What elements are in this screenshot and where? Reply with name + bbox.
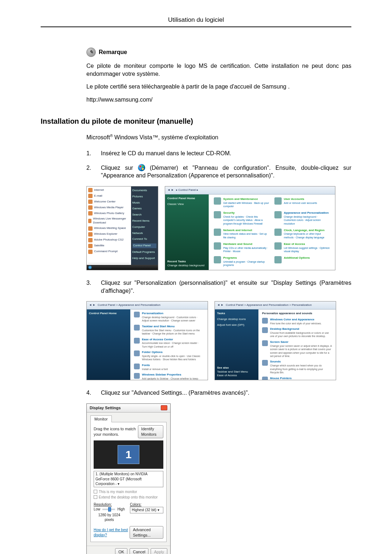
sm-r-11: Help and Support xyxy=(132,257,156,260)
pers-task-1: Adjust font size (DPI) xyxy=(217,323,256,327)
step-4-num: 4. xyxy=(86,389,93,397)
note-line-2: Le pilote certifié sera téléchargeable à… xyxy=(86,83,351,91)
step-1: 1. Insérez le CD du manuel dans le lecte… xyxy=(86,149,351,157)
cancel-button[interactable]: Cancel xyxy=(130,548,148,554)
res-low: Low xyxy=(94,507,100,512)
pers-item-3s: Change which sounds are heard when you d… xyxy=(270,364,332,374)
chk-extend-label: Extend the desktop onto this monitor xyxy=(99,495,158,499)
step-1-text: Insérez le CD du manuel dans le lecteur … xyxy=(101,149,351,157)
help-link[interactable]: How do I get the best display? xyxy=(94,528,130,537)
step-3-num: 3. xyxy=(86,279,93,295)
step-2-screenshots: Internet E-mail Welcome Center Windows M… xyxy=(86,186,351,270)
sm-pin-5: Windows Live Messenger Download xyxy=(93,217,129,225)
os-mid: Windows Vista™ xyxy=(113,135,158,141)
chk-extend xyxy=(94,495,97,499)
cp-cat-4: Network and Internet xyxy=(223,229,269,233)
sm-r-9: Control Panel xyxy=(132,243,156,248)
pers-item-2: Screen Saver xyxy=(270,340,332,344)
cp-breadcrumb: Control Panel xyxy=(178,188,196,192)
step-4-text: Cliquez sur "Advanced Settings... (Param… xyxy=(101,389,351,397)
advanced-settings-button[interactable]: Advanced Settings... xyxy=(130,526,163,539)
pers-heading: Personalize appearance and sounds xyxy=(262,312,332,316)
res-value: 1280 by 1024 pixels xyxy=(94,513,125,522)
sm-r-10: Default Programs xyxy=(132,250,156,254)
chk-main xyxy=(94,490,97,493)
resolution-slider[interactable] xyxy=(102,509,115,510)
step-3-screenshots: ◄ ► Control Panel > Appearance and Perso… xyxy=(86,301,351,380)
cp-cat-4s: View network status and tasks · Set up f… xyxy=(223,232,269,239)
ap-item-5s: Add gadgets to Sidebar · Choose whether … xyxy=(142,377,204,380)
cp-cat-3: Appearance and Personalization xyxy=(284,211,330,215)
screenshot-personalization: ◄ ► Control Panel > Appearance and Perso… xyxy=(215,301,336,380)
chk-main-label: This is my main monitor xyxy=(99,490,137,494)
screenshot-start-menu: Internet E-mail Welcome Center Windows M… xyxy=(86,186,158,270)
ap-item-2: Ease of Access Center xyxy=(142,338,204,342)
monitor-1-icon[interactable]: 1 xyxy=(118,445,139,464)
cp-cat-1s: Add or remove user accounts xyxy=(284,201,317,205)
step-3: 3. Cliquez sur "Personalization (personn… xyxy=(86,279,351,295)
screenshot-appearance-panel: ◄ ► Control Panel > Appearance and Perso… xyxy=(86,301,208,380)
ap-item-0s: Change desktop background · Customize co… xyxy=(142,316,204,323)
os-line: Microsoft® Windows Vista™, système d'exp… xyxy=(86,134,351,141)
cp-cat-7s: Let Windows suggest settings · Optimize … xyxy=(284,246,330,253)
os-reg: ® xyxy=(110,134,113,138)
pers-seealso: See also xyxy=(217,366,256,370)
os-prefix: Microsoft xyxy=(86,135,110,141)
ap-breadcrumb: Control Panel > Appearance and Personali… xyxy=(98,303,160,307)
sm-r-6: Computer xyxy=(132,225,156,229)
sm-r-7: Network xyxy=(132,231,156,235)
pers-item-0: Windows Color and Appearance xyxy=(270,318,322,322)
ap-side-title: Control Panel Home xyxy=(89,312,128,316)
sm-pin-10: Command Prompt xyxy=(94,250,118,254)
ap-item-0: Personalization xyxy=(142,312,204,316)
cp-cat-5s: Change keyboards or other input methods … xyxy=(284,232,330,239)
close-icon[interactable] xyxy=(161,405,167,410)
pers-breadcrumb: Control Panel > Appearance and Personali… xyxy=(226,303,312,307)
pers-item-4: Mouse Pointers xyxy=(270,377,332,381)
sm-r-0: Documents xyxy=(132,189,156,193)
pers-seealso-1: Ease of Access xyxy=(217,374,256,378)
resolution-label: Resolution: xyxy=(94,502,125,507)
section-heading: Installation du pilote de moniteur (manu… xyxy=(41,116,351,126)
sm-r-8: Connect To xyxy=(132,237,156,241)
cp-cat-9: Additional Options xyxy=(284,256,310,260)
monitor-preview: 1 xyxy=(94,440,163,469)
sm-pin-2: Welcome Center xyxy=(94,200,115,204)
res-high: High xyxy=(117,507,125,512)
cp-cat-8: Programs xyxy=(223,256,269,260)
screenshot-display-settings: Display Settings Monitor Drag the icons … xyxy=(86,403,171,554)
colors-select[interactable]: Highest (32 bit) ▾ xyxy=(130,507,163,513)
step-4: 4. Cliquez sur "Advanced Settings... (Pa… xyxy=(86,389,351,397)
tab-monitor[interactable]: Monitor xyxy=(90,415,112,423)
drag-text: Drag the icons to match your monitors. xyxy=(94,426,138,437)
cp-cat-0: System and Maintenance xyxy=(223,197,269,201)
identify-monitors-button[interactable]: Identify Monitors xyxy=(138,425,163,438)
ok-button[interactable]: OK xyxy=(115,548,127,554)
sm-pin-3: Windows Media Player xyxy=(94,206,123,210)
pers-seealso-0: Taskbar and Start Menu xyxy=(217,370,256,374)
ap-item-1s: Customize the Start menu · Customize ico… xyxy=(142,329,204,336)
pers-task-0: Change desktop icons xyxy=(217,317,256,321)
dlg-title: Display Settings xyxy=(90,405,121,411)
note-url: http://www.samsung.com/ xyxy=(86,96,351,104)
monitor-select[interactable]: 1. (Multiple Monitors) on NVIDIA GeForce… xyxy=(94,471,163,487)
sm-r-3: Games xyxy=(132,207,156,211)
sm-r-2: Music xyxy=(132,201,156,205)
screenshot-control-panel: ◄ ► ▸ Control Panel ▸ Control Panel Home… xyxy=(165,186,335,270)
cp-cat-7: Ease of Access xyxy=(284,242,330,246)
cp-cat-3s: Change desktop background · Customize co… xyxy=(284,215,330,225)
sm-pin-4: Windows Photo Gallery xyxy=(94,212,124,216)
sm-pin-9: Satellite xyxy=(94,244,104,248)
cp-cat-0s: Get started with Windows · Back up your … xyxy=(223,201,269,208)
cp-cat-2: Security xyxy=(223,211,269,215)
sm-r-5: Recent Items xyxy=(132,219,156,223)
pers-item-0s: Fine tune the color and style of your wi… xyxy=(270,322,322,325)
step-2-pre: Cliquez sur xyxy=(101,165,133,171)
step-2: 2. Cliquez sur (Démarrer) et "Panneau de… xyxy=(86,164,351,180)
pers-tasks-hd: Tasks xyxy=(217,312,256,316)
pers-item-1: Desktop Background xyxy=(270,327,332,331)
cp-cat-5: Clock, Language, and Region xyxy=(284,229,330,233)
apply-button[interactable]: Apply xyxy=(151,548,167,554)
step-2-text: Cliquez sur (Démarrer) et "Panneau de co… xyxy=(101,164,351,180)
ap-item-3: Folder Options xyxy=(142,350,204,354)
